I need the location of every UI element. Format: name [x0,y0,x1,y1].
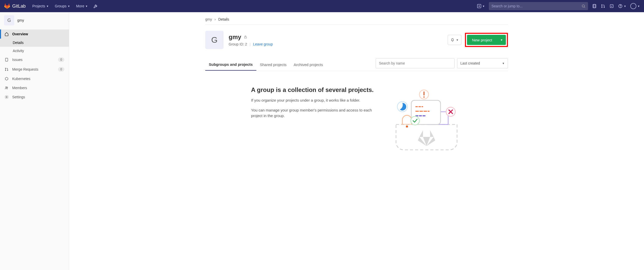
chevron-down-icon: ▼ [637,5,640,8]
top-right: ▼ ▼ ▼ [477,2,640,10]
main-content: gmy › Details G gmy Group ID: 2 | [69,12,644,270]
todos-icon[interactable] [609,4,614,8]
svg-point-1 [582,5,584,7]
breadcrumb-current: Details [218,17,229,21]
sidebar-item-members[interactable]: Members [0,83,69,92]
sidebar-group-header[interactable]: G gmy [0,12,69,28]
svg-point-24 [406,125,408,128]
group-avatar-large: G [205,31,224,49]
avatar-icon [630,3,636,9]
highlighted-region: New project ▼ [465,33,508,47]
svg-rect-18 [244,37,246,38]
sidebar-item-overview[interactable]: Overview [0,29,69,39]
sidebar-group-name: gmy [17,18,24,22]
svg-point-15 [6,87,7,88]
chevron-down-icon: ▼ [46,5,49,8]
svg-point-29 [411,116,419,125]
svg-point-4 [602,5,602,5]
sidebar: G gmy Overview Details Activity Issues 0… [0,12,69,270]
group-title: gmy [229,34,273,41]
search-input[interactable] [491,4,581,8]
sidebar-item-kubernetes[interactable]: Kubernetes [0,74,69,83]
svg-marker-14 [5,77,8,80]
brand-text: GitLab [12,4,26,9]
new-project-dropdown[interactable]: ▼ [497,35,506,45]
sort-dropdown[interactable]: Last created ▼ [457,58,508,68]
chevron-down-icon: ▼ [500,39,503,41]
svg-point-5 [602,7,602,8]
svg-rect-2 [593,4,595,8]
svg-point-12 [5,70,6,71]
svg-rect-3 [594,4,596,8]
issues-icon[interactable] [592,4,597,8]
top-menu: Projects▼ Groups▼ More▼ [30,2,98,10]
bell-icon [450,38,455,42]
help-icon[interactable]: ▼ [618,4,626,8]
sidebar-item-merge-requests[interactable]: Merge Requests 0 [0,65,69,74]
empty-p1: If you organize your projects under a gr… [251,98,378,103]
svg-rect-10 [5,58,8,61]
empty-illustration [388,86,465,152]
sidebar-sub-details[interactable]: Details [0,39,69,47]
search-icon [581,4,586,8]
issues-count: 0 [58,57,64,62]
tab-shared-projects[interactable]: Shared projects [256,59,290,70]
chevron-down-icon: ▼ [624,5,626,8]
svg-point-11 [5,68,6,69]
group-avatar: G [4,15,14,25]
svg-point-13 [7,70,8,71]
breadcrumb-root[interactable]: gmy [205,17,212,21]
svg-point-28 [423,97,425,98]
brand-logo[interactable]: GitLab [4,3,26,9]
sidebar-item-settings[interactable]: Settings [0,92,69,102]
gitlab-icon [4,3,10,9]
new-project-button[interactable]: New project [467,35,497,45]
svg-point-9 [620,7,621,7]
notifications-dropdown[interactable]: ▼ [448,35,461,45]
tab-archived-projects[interactable]: Archived projects [290,59,327,70]
empty-p2: You can manage your group member's permi… [251,107,378,119]
members-icon [5,86,9,90]
kubernetes-icon [5,77,9,81]
breadcrumb: gmy › Details [205,14,508,25]
leave-group-link[interactable]: Leave group [253,42,273,46]
topmenu-groups[interactable]: Groups▼ [52,2,73,10]
chevron-down-icon: ▼ [456,39,459,41]
merge-requests-icon[interactable] [601,4,605,8]
svg-point-6 [604,7,605,8]
home-icon [5,32,9,36]
user-menu[interactable]: ▼ [630,3,640,9]
tab-subgroups-projects[interactable]: Subgroups and projects [205,59,256,71]
chevron-right-icon: › [214,17,216,21]
plus-icon [477,4,481,8]
chevron-down-icon: ▼ [502,62,505,65]
global-search[interactable] [489,2,588,10]
chevron-down-icon: ▼ [482,5,485,8]
chevron-down-icon: ▼ [85,5,88,8]
group-header: G gmy Group ID: 2 | Leave group [205,25,508,53]
topmenu-more[interactable]: More▼ [74,2,90,10]
top-nav: GitLab Projects▼ Groups▼ More▼ ▼ ▼ ▼ [0,0,644,12]
sidebar-sub-activity[interactable]: Activity [0,47,69,55]
sidebar-item-issues[interactable]: Issues 0 [0,55,69,65]
topmenu-projects[interactable]: Projects▼ [30,2,51,10]
tabs: Subgroups and projects Shared projects A… [205,58,508,71]
gear-icon [5,95,9,99]
admin-wrench-icon[interactable] [93,4,98,8]
svg-point-16 [7,87,8,88]
new-dropdown[interactable]: ▼ [477,4,485,8]
lock-icon [244,35,247,39]
merge-icon [5,67,9,71]
group-id: Group ID: 2 [229,42,247,46]
chevron-down-icon: ▼ [67,5,70,8]
issues-icon [5,58,9,62]
filter-search-input[interactable] [376,58,455,68]
svg-point-17 [6,97,7,98]
mr-count: 0 [58,67,64,72]
empty-title: A group is a collection of several proje… [251,86,378,93]
empty-state: A group is a collection of several proje… [205,71,508,168]
svg-rect-23 [401,124,413,124]
